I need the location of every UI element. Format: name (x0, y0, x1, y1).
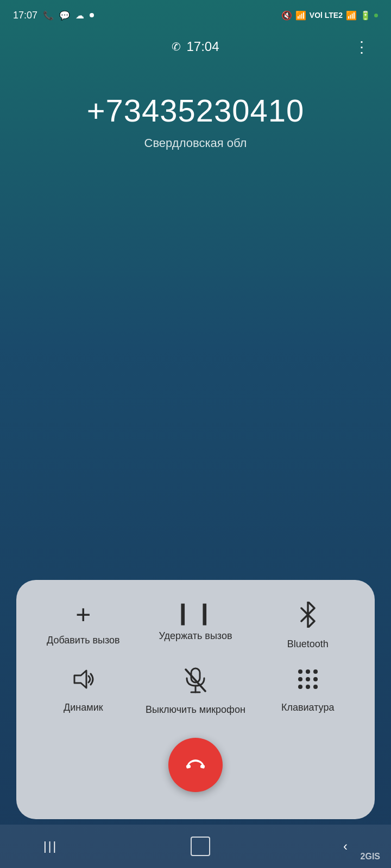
end-call-icon (181, 749, 210, 782)
status-time: 17:07 (13, 10, 37, 21)
status-left: 17:07 📞 💬 ☁ (13, 10, 94, 21)
speaker-icon (71, 667, 95, 695)
nav-bar: ||| ‹ 2GIS (0, 825, 391, 868)
svg-rect-14 (186, 764, 191, 769)
mute-mic-icon (184, 667, 207, 697)
phone-region: Свердловская обл (144, 136, 247, 150)
bluetooth-button[interactable]: Bluetooth (257, 602, 358, 650)
cloud-status-icon: ☁ (75, 10, 84, 21)
add-call-button[interactable]: + Добавить вызов (33, 602, 134, 650)
brand-label: 2GIS (361, 852, 380, 861)
end-call-row (33, 738, 358, 792)
dot-status-icon (90, 13, 94, 17)
hold-call-label: Удержать вызов (159, 630, 232, 642)
svg-point-12 (306, 685, 310, 689)
hold-call-button[interactable]: ❙❙ Удержать вызов (145, 602, 247, 650)
bluetooth-icon (297, 602, 319, 631)
whatsapp-status-icon: 💬 (59, 10, 70, 21)
lte-icon: VOl LTE2 (310, 11, 343, 20)
menu-dots-button[interactable]: ⋮ (354, 38, 369, 56)
control-panel: + Добавить вызов ❙❙ Удержать вызов Bluet… (16, 580, 375, 819)
speaker-label: Динамик (64, 701, 103, 714)
keypad-icon (296, 667, 320, 695)
recent-apps-button[interactable]: ||| (43, 839, 58, 853)
call-duration: 17:04 (186, 39, 219, 54)
call-header: ✆ 17:04 ⋮ (0, 28, 391, 60)
keypad-button[interactable]: Клавиатура (257, 667, 358, 716)
home-button[interactable] (191, 837, 210, 856)
svg-point-10 (313, 677, 318, 681)
mute-mic-button[interactable]: Выключить микрофон (145, 667, 247, 716)
battery-dot (374, 14, 378, 17)
svg-marker-0 (74, 671, 86, 688)
status-bar: 17:07 📞 💬 ☁ 🔇 📶 VOl LTE2 📶 🔋 (0, 0, 391, 28)
controls-grid: + Добавить вызов ❙❙ Удержать вызов Bluet… (33, 602, 358, 716)
svg-rect-15 (200, 764, 205, 769)
status-right: 🔇 📶 VOl LTE2 📶 🔋 (281, 10, 378, 21)
phone-status-icon: 📞 (43, 10, 54, 21)
mute-mic-label: Выключить микрофон (146, 704, 245, 716)
back-button[interactable]: ‹ (343, 839, 348, 854)
keypad-label: Клавиатура (281, 701, 335, 714)
phone-area: +73435230410 Свердловская обл (0, 60, 391, 172)
svg-point-7 (313, 669, 318, 674)
mute-icon: 🔇 (281, 10, 292, 21)
add-call-label: Добавить вызов (47, 634, 120, 647)
phone-number: +73435230410 (87, 92, 305, 129)
svg-point-11 (298, 685, 302, 689)
speaker-button[interactable]: Динамик (33, 667, 134, 716)
hold-call-icon: ❙❙ (174, 602, 217, 623)
battery-icon: 🔋 (360, 10, 371, 21)
call-time-container: ✆ 17:04 (172, 39, 219, 54)
svg-point-8 (298, 677, 302, 681)
call-phone-icon: ✆ (172, 40, 181, 53)
end-call-button[interactable] (168, 738, 223, 792)
bluetooth-label: Bluetooth (287, 638, 329, 650)
wifi-icon: 📶 (295, 10, 306, 21)
signal-icon: 📶 (346, 10, 357, 21)
add-call-icon: + (75, 602, 91, 628)
svg-point-5 (298, 669, 302, 674)
svg-point-6 (306, 669, 310, 674)
svg-point-13 (313, 685, 318, 689)
svg-point-9 (306, 677, 310, 681)
